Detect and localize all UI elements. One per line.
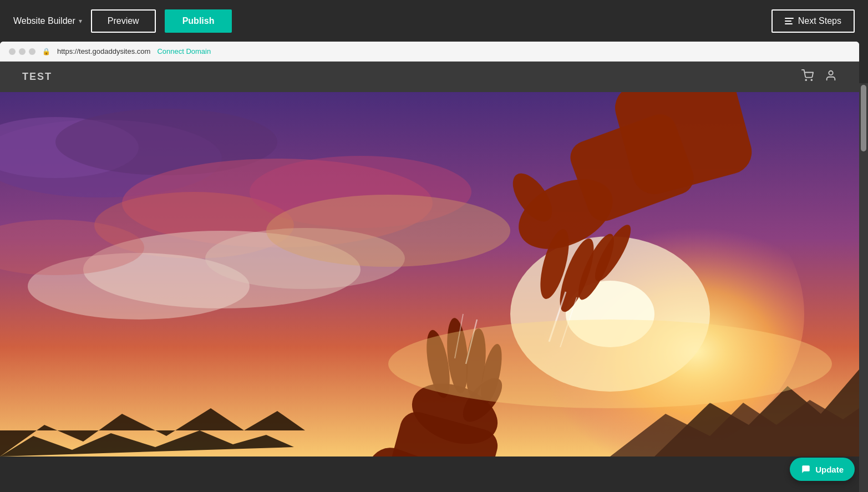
next-steps-button[interactable]: Next Steps [771,9,855,33]
user-icon[interactable] [825,69,837,84]
toolbar: Website Builder ▾ Preview Publish Next S… [0,0,868,42]
dot-2 [19,48,26,55]
update-label: Update [815,465,844,474]
site-nav: TEST [0,62,859,92]
lines-icon [785,18,794,24]
svg-point-0 [805,79,806,80]
hero-image [0,92,859,457]
browser-frame: 🔒 https://test.godaddysites.com Connect … [0,42,859,457]
connect-domain-link[interactable]: Connect Domain [157,47,211,55]
site-logo: TEST [22,71,52,83]
toolbar-left: Website Builder ▾ Preview Publish [13,9,232,33]
svg-point-38 [388,319,832,408]
brand-label: Website Builder [13,16,75,26]
next-steps-label: Next Steps [798,16,841,26]
cart-icon[interactable] [801,69,814,84]
lock-icon: 🔒 [42,48,50,55]
svg-point-1 [811,79,812,80]
scrollbar-thumb[interactable] [861,85,866,151]
svg-point-17 [266,195,510,267]
browser-url: https://test.godaddysites.com [57,47,150,55]
toolbar-right: Next Steps [771,9,855,33]
chat-icon [801,464,811,474]
browser-bar: 🔒 https://test.godaddysites.com Connect … [0,42,859,62]
site-nav-icons [801,69,837,84]
scrollbar-track [859,83,868,492]
browser-wrapper: 🔒 https://test.godaddysites.com Connect … [0,42,859,457]
dot-3 [29,48,35,55]
chevron-down-icon: ▾ [79,17,82,25]
browser-dots [9,48,35,55]
dot-1 [9,48,16,55]
brand-button[interactable]: Website Builder ▾ [13,16,82,26]
main-container: 🔒 https://test.godaddysites.com Connect … [0,42,868,492]
preview-button[interactable]: Preview [91,9,156,33]
svg-point-2 [829,71,833,75]
publish-button[interactable]: Publish [165,9,232,33]
update-button[interactable]: Update [790,458,855,481]
